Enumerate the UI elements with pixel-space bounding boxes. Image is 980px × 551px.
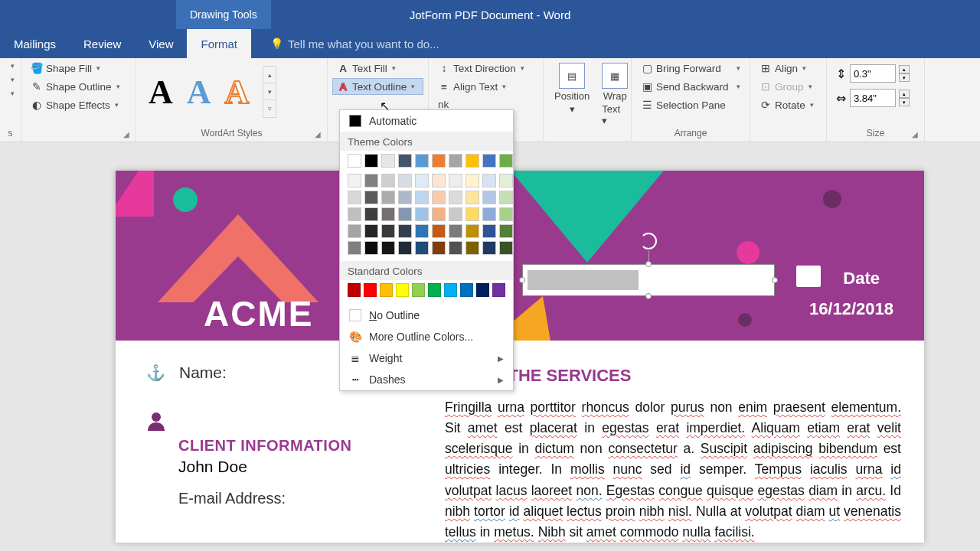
color-swatch[interactable] — [348, 283, 361, 297]
color-swatch[interactable] — [364, 174, 378, 187]
send-backward-button[interactable]: ▣Send Backward▾ — [636, 78, 745, 95]
resize-handle[interactable] — [772, 277, 778, 283]
color-swatch[interactable] — [364, 283, 377, 297]
color-swatch[interactable] — [348, 174, 361, 187]
color-swatch[interactable] — [449, 174, 462, 187]
text-outline-button[interactable]: AText Outline▾ — [332, 78, 423, 95]
align-button[interactable]: ⊞Align▾ — [755, 60, 822, 77]
color-swatch[interactable] — [348, 241, 361, 255]
color-swatch[interactable] — [499, 207, 513, 221]
color-swatch[interactable] — [415, 191, 429, 204]
color-swatch[interactable] — [398, 191, 412, 204]
color-swatch[interactable] — [415, 241, 429, 255]
shape-height-input[interactable] — [850, 64, 896, 83]
color-swatch[interactable] — [415, 174, 429, 187]
size-launcher[interactable]: ◢ — [912, 130, 918, 139]
color-swatch[interactable] — [466, 224, 479, 238]
color-swatch[interactable] — [396, 283, 409, 297]
tab-view[interactable]: View — [135, 29, 187, 58]
color-swatch[interactable] — [499, 241, 513, 255]
color-swatch[interactable] — [466, 207, 479, 221]
color-swatch[interactable] — [432, 191, 446, 204]
resize-handle[interactable] — [645, 261, 652, 267]
color-swatch[interactable] — [432, 154, 446, 168]
text-direction-button[interactable]: ↕Text Direction▾ — [433, 60, 538, 77]
color-swatch[interactable] — [364, 224, 378, 238]
color-swatch[interactable] — [428, 283, 441, 297]
selection-pane-button[interactable]: ☰Selection Pane — [636, 96, 745, 113]
textbox-content-area[interactable] — [528, 270, 639, 290]
bring-forward-button[interactable]: ▢Bring Forward▾ — [636, 60, 745, 77]
color-swatch[interactable] — [432, 207, 446, 221]
position-button[interactable]: ▤ Position▾ — [548, 60, 596, 118]
wordart-gallery[interactable]: A A A ▴▾▿ — [141, 60, 322, 124]
color-swatch[interactable] — [398, 224, 412, 238]
shape-styles-launcher[interactable]: ◢ — [26, 139, 131, 140]
color-swatch[interactable] — [415, 154, 429, 168]
shape-outline-button[interactable]: ✎Shape Outline▾ — [26, 78, 131, 95]
color-swatch[interactable] — [444, 283, 457, 297]
color-swatch[interactable] — [482, 241, 496, 255]
color-swatch[interactable] — [482, 224, 496, 238]
color-swatch[interactable] — [466, 174, 479, 187]
color-swatch[interactable] — [348, 207, 361, 221]
edit-shape-dropdown[interactable]: ▾ — [5, 60, 16, 72]
wordart-launcher[interactable]: ◢ — [315, 130, 321, 139]
color-swatch[interactable] — [482, 191, 496, 204]
color-swatch[interactable] — [476, 283, 489, 297]
color-swatch[interactable] — [432, 241, 446, 255]
color-swatch[interactable] — [499, 154, 513, 168]
color-swatch[interactable] — [398, 154, 412, 168]
color-swatch[interactable] — [381, 191, 395, 204]
color-swatch[interactable] — [492, 283, 505, 297]
color-swatch[interactable] — [499, 174, 513, 187]
color-swatch[interactable] — [398, 207, 412, 221]
color-swatch[interactable] — [415, 207, 429, 221]
align-text-button[interactable]: ≡Align Text▾ — [433, 78, 538, 95]
color-swatch[interactable] — [449, 241, 462, 255]
wordart-style-3[interactable]: A — [225, 73, 250, 112]
tab-mailings[interactable]: Mailings — [0, 29, 70, 58]
width-spinner[interactable]: ▴▾ — [899, 90, 910, 106]
insert-shapes-dropdown[interactable]: ▾ — [5, 87, 16, 99]
color-swatch[interactable] — [432, 224, 446, 238]
rotate-button[interactable]: ⟳Rotate▾ — [755, 96, 822, 113]
gallery-scroll[interactable]: ▴▾▿ — [263, 66, 276, 118]
wrap-text-button[interactable]: ▦ WrapText ▾ — [596, 60, 634, 129]
color-swatch[interactable] — [482, 154, 496, 168]
color-swatch[interactable] — [381, 174, 395, 187]
color-swatch[interactable] — [466, 241, 479, 255]
color-swatch[interactable] — [466, 154, 479, 168]
color-swatch[interactable] — [364, 207, 378, 221]
dashes-submenu[interactable]: ┅ Dashes▶ — [340, 369, 513, 390]
color-swatch[interactable] — [381, 241, 395, 255]
color-swatch[interactable] — [449, 191, 462, 204]
resize-handle[interactable] — [519, 277, 525, 283]
color-swatch[interactable] — [380, 283, 393, 297]
color-swatch[interactable] — [449, 207, 462, 221]
color-swatch[interactable] — [398, 174, 412, 187]
tell-me-search[interactable]: 💡 Tell me what you want to do... — [251, 29, 439, 58]
color-swatch[interactable] — [482, 174, 496, 187]
shape-effects-button[interactable]: ◐Shape Effects▾ — [26, 96, 131, 113]
resize-handle[interactable] — [645, 293, 652, 299]
tab-review[interactable]: Review — [70, 29, 135, 58]
weight-submenu[interactable]: ≣ Weight▶ — [340, 347, 513, 369]
rotate-handle[interactable] — [640, 233, 657, 249]
color-swatch[interactable] — [398, 241, 412, 255]
color-swatch[interactable] — [499, 224, 513, 238]
draw-textbox-dropdown[interactable]: ▾ — [5, 73, 16, 86]
color-swatch[interactable] — [415, 224, 429, 238]
shape-fill-button[interactable]: 🪣Shape Fill▾ — [26, 60, 131, 77]
color-swatch[interactable] — [348, 224, 361, 238]
color-swatch[interactable] — [381, 207, 395, 221]
selected-textbox[interactable] — [522, 264, 775, 296]
color-swatch[interactable] — [449, 154, 462, 168]
wordart-style-1[interactable]: A — [149, 73, 173, 112]
color-swatch[interactable] — [482, 207, 496, 221]
more-outline-colors-item[interactable]: 🎨 More Outline Colors... — [340, 326, 513, 347]
color-swatch[interactable] — [499, 191, 513, 204]
color-swatch[interactable] — [449, 224, 462, 238]
color-swatch[interactable] — [348, 191, 361, 204]
color-swatch[interactable] — [466, 191, 479, 204]
